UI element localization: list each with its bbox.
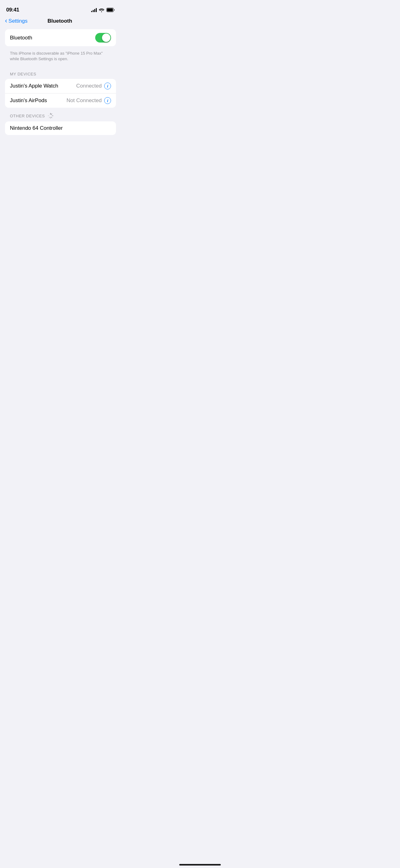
status-bar: 09:41: [0, 0, 121, 16]
page-title: Bluetooth: [47, 18, 72, 24]
n64-controller-name: Nintendo 64 Controller: [10, 125, 63, 131]
airpods-name: Justin's AirPods: [10, 97, 47, 104]
svg-line-9: [49, 114, 49, 115]
apple-watch-info-button[interactable]: i: [104, 83, 111, 89]
discoverable-text: This iPhone is discoverable as "iPhone 1…: [5, 49, 116, 67]
other-devices-card: Nintendo 64 Controller: [5, 121, 116, 135]
svg-rect-1: [107, 8, 113, 11]
apple-watch-status: Connected: [76, 83, 102, 89]
status-icons: [91, 8, 115, 12]
bluetooth-toggle-label: Bluetooth: [10, 35, 32, 41]
airpods-status-row: Not Connected i: [67, 97, 111, 104]
signal-icon: [91, 8, 97, 12]
info-icon-airpods: i: [107, 98, 108, 103]
airpods-status: Not Connected: [67, 97, 102, 104]
apple-watch-name: Justin's Apple Watch: [10, 83, 58, 89]
main-content: Bluetooth This iPhone is discoverable as…: [0, 29, 121, 135]
info-icon: i: [107, 84, 108, 89]
back-label: Settings: [8, 18, 27, 24]
bluetooth-toggle-card: Bluetooth: [5, 29, 116, 46]
svg-line-7: [49, 117, 49, 118]
svg-line-5: [51, 117, 52, 118]
bluetooth-toggle[interactable]: [95, 33, 111, 42]
my-devices-card: Justin's Apple Watch Connected i Justin'…: [5, 79, 116, 108]
my-devices-header: MY DEVICES: [5, 72, 116, 79]
apple-watch-status-row: Connected i: [76, 83, 111, 89]
bluetooth-toggle-row[interactable]: Bluetooth: [5, 29, 116, 46]
n64-controller-item[interactable]: Nintendo 64 Controller: [5, 121, 116, 135]
svg-line-3: [51, 114, 52, 115]
nav-bar: ‹ Settings Bluetooth: [0, 16, 121, 27]
wifi-icon: [99, 8, 104, 12]
other-devices-header-row: OTHER DEVICES: [5, 113, 116, 121]
airpods-item[interactable]: Justin's AirPods Not Connected i: [5, 93, 116, 108]
back-chevron-icon: ‹: [5, 18, 7, 24]
battery-icon: [106, 8, 115, 12]
status-time: 09:41: [6, 7, 19, 13]
other-devices-header: OTHER DEVICES: [10, 114, 45, 118]
apple-watch-item[interactable]: Justin's Apple Watch Connected i: [5, 79, 116, 93]
airpods-info-button[interactable]: i: [104, 97, 111, 104]
back-button[interactable]: ‹ Settings: [5, 18, 28, 24]
toggle-knob: [102, 34, 110, 42]
loading-spinner: [47, 113, 54, 119]
